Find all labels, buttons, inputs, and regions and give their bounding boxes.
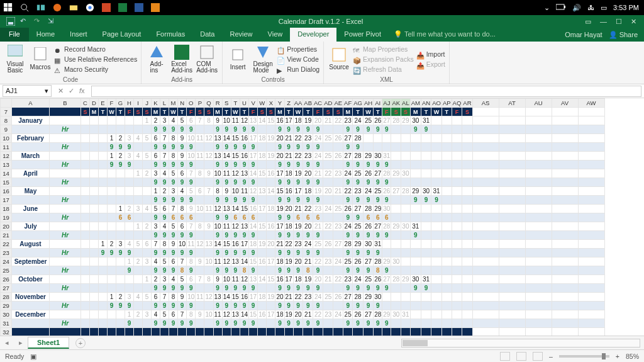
search-icon[interactable]: [20, 3, 29, 12]
zoom-level[interactable]: 85%: [626, 353, 639, 360]
com-addins-button[interactable]: COM Add-ins: [196, 45, 218, 74]
svg-point-4: [21, 4, 27, 10]
svg-rect-7: [41, 5, 45, 11]
macro-security-button[interactable]: ⚠Macro Security: [54, 64, 137, 74]
svg-rect-14: [135, 3, 143, 12]
svg-rect-9: [70, 6, 77, 11]
explorer-icon[interactable]: [69, 3, 78, 12]
taskview-icon[interactable]: [36, 3, 45, 12]
svg-rect-17: [564, 6, 565, 8]
user-name[interactable]: Omar Hayat: [565, 31, 602, 38]
svg-rect-27: [333, 48, 345, 61]
ribbon-body: Visual Basic Macros ⏺Record Macro ▦Use R…: [0, 42, 644, 84]
properties-button[interactable]: 📋Properties: [277, 44, 319, 54]
xml-source-button[interactable]: Source: [328, 47, 350, 71]
close-icon[interactable]: ✕: [631, 18, 636, 26]
horizontal-scrollbar[interactable]: [401, 339, 640, 348]
tab-power-pivot[interactable]: Power Pivot: [336, 28, 389, 42]
svg-point-8: [53, 4, 61, 11]
svg-rect-20: [8, 45, 23, 56]
new-sheet-button[interactable]: +: [75, 338, 86, 348]
excel-addins-button[interactable]: Excel Add-ins: [170, 45, 193, 74]
xml-export-button: 📤Export: [416, 59, 445, 69]
excel-titlebar: ↶ ↷ ⇲ Calendar Draft v.1.2 - Excel ▭ — ☐…: [0, 15, 644, 28]
tray-chevron-icon[interactable]: ⌄: [544, 4, 550, 12]
formula-bar: AJ1▾ ✕ ✓ fx: [0, 84, 644, 98]
tab-page-layout[interactable]: Page Layout: [95, 28, 149, 42]
svg-rect-25: [233, 50, 243, 60]
run-dialog-button[interactable]: ▶Run Dialog: [277, 64, 319, 74]
ribbon-display-icon[interactable]: ▭: [585, 18, 591, 26]
zoom-in-button[interactable]: +: [616, 353, 619, 360]
svg-rect-24: [201, 46, 213, 59]
record-macro-button[interactable]: ⏺Record Macro: [54, 44, 137, 54]
svg-rect-12: [102, 3, 111, 12]
window-title: Calendar Draft v.1.2 - Excel: [279, 18, 363, 25]
tab-insert[interactable]: Insert: [62, 28, 95, 42]
zoom-slider[interactable]: [559, 355, 609, 358]
svg-rect-3: [8, 8, 12, 11]
clock[interactable]: 3:53 PM: [613, 4, 639, 11]
macro-rec-icon[interactable]: ▣: [30, 353, 36, 360]
visual-basic-button[interactable]: Visual Basic: [4, 45, 26, 74]
tell-me[interactable]: 💡 Tell me what you want to do...: [389, 28, 501, 42]
insert-control-button[interactable]: Insert: [226, 47, 249, 71]
word-icon[interactable]: [135, 3, 143, 12]
svg-rect-1: [8, 3, 12, 7]
minimize-icon[interactable]: —: [600, 18, 607, 26]
svg-point-11: [88, 6, 91, 9]
formula-input[interactable]: [91, 86, 641, 97]
tab-developer[interactable]: Developer: [290, 28, 336, 42]
relative-refs-button[interactable]: ▦Use Relative References: [54, 54, 137, 64]
macros-button[interactable]: Macros: [29, 47, 52, 71]
xml-import-button[interactable]: 📥Import: [416, 49, 445, 59]
svg-rect-16: [556, 4, 564, 9]
maximize-icon[interactable]: ☐: [616, 18, 622, 26]
svg-rect-0: [4, 3, 8, 7]
ribbon-tabs: File HomeInsertPage LayoutFormulasDataRe…: [0, 28, 644, 42]
tab-data[interactable]: Data: [192, 28, 222, 42]
sheet-tab[interactable]: Sheet1: [28, 337, 69, 349]
normal-view-button[interactable]: [500, 352, 510, 361]
svg-rect-15: [151, 3, 160, 12]
tab-view[interactable]: View: [260, 28, 291, 42]
status-bar: Ready ▣ – + 85%: [0, 349, 644, 362]
status-ready: Ready: [5, 353, 24, 360]
firefox-icon[interactable]: [53, 3, 62, 12]
fx-icon[interactable]: fx: [79, 87, 85, 95]
svg-rect-19: [8, 22, 13, 25]
tab-nav-right[interactable]: ▸: [14, 339, 28, 347]
powerpoint-icon[interactable]: [102, 3, 111, 12]
network-icon[interactable]: 🖧: [587, 4, 594, 11]
tab-home[interactable]: Home: [29, 28, 62, 42]
page-break-view-button[interactable]: [533, 352, 543, 361]
svg-rect-23: [174, 45, 189, 60]
spreadsheet[interactable]: ABCDEFGHIJKLMNOPQRSTUVWXYZAAABACADAEAFAG…: [0, 98, 644, 336]
file-tab[interactable]: File: [0, 28, 29, 42]
redo-icon[interactable]: ↷: [34, 17, 43, 26]
tab-nav-left[interactable]: ◂: [0, 339, 14, 347]
share-button[interactable]: 👤 Share: [609, 31, 638, 39]
name-box[interactable]: AJ1▾: [3, 85, 52, 97]
view-code-button[interactable]: 📄View Code: [277, 54, 319, 64]
chrome-icon[interactable]: [86, 3, 94, 12]
tab-review[interactable]: Review: [222, 28, 260, 42]
svg-rect-6: [37, 5, 40, 11]
svg-rect-2: [4, 8, 8, 11]
media-icon[interactable]: [151, 3, 160, 12]
start-icon[interactable]: [4, 3, 13, 12]
save-icon[interactable]: [6, 17, 15, 26]
windows-taskbar: ⌄ 🔊 🖧 ▭ 3:53 PM: [0, 0, 644, 15]
touch-icon[interactable]: ⇲: [48, 17, 57, 26]
excel-icon[interactable]: [118, 3, 127, 12]
zoom-out-button[interactable]: –: [549, 353, 553, 360]
page-layout-view-button[interactable]: [516, 352, 526, 361]
action-center-icon[interactable]: ▭: [601, 4, 607, 12]
tab-formulas[interactable]: Formulas: [148, 28, 192, 42]
svg-rect-21: [35, 47, 46, 60]
undo-icon[interactable]: ↶: [20, 17, 29, 26]
addins-button[interactable]: Add- ins: [145, 45, 168, 74]
battery-icon[interactable]: [556, 4, 566, 11]
design-mode-button[interactable]: Design Mode: [252, 45, 274, 74]
volume-icon[interactable]: 🔊: [572, 4, 581, 12]
